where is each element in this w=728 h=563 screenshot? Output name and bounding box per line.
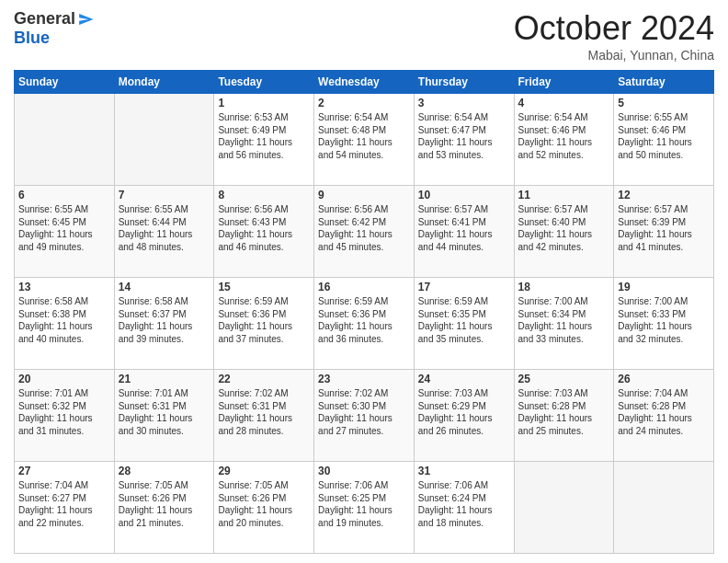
day-number: 29 — [218, 465, 310, 477]
day-info: Sunrise: 6:57 AMSunset: 6:39 PMDaylight:… — [618, 203, 710, 253]
calendar-cell: 25Sunrise: 7:03 AMSunset: 6:28 PMDayligh… — [514, 370, 614, 462]
day-info: Sunrise: 7:00 AMSunset: 6:33 PMDaylight:… — [618, 295, 710, 345]
day-info: Sunrise: 6:59 AMSunset: 6:36 PMDaylight:… — [318, 295, 410, 345]
day-info: Sunrise: 6:54 AMSunset: 6:46 PMDaylight:… — [518, 111, 610, 161]
calendar-cell: 23Sunrise: 7:02 AMSunset: 6:30 PMDayligh… — [314, 370, 415, 462]
calendar-cell: 28Sunrise: 7:05 AMSunset: 6:26 PMDayligh… — [114, 462, 214, 554]
calendar-cell: 12Sunrise: 6:57 AMSunset: 6:39 PMDayligh… — [614, 186, 714, 278]
day-info: Sunrise: 7:02 AMSunset: 6:31 PMDaylight:… — [218, 387, 310, 437]
day-info: Sunrise: 7:06 AMSunset: 6:25 PMDaylight:… — [318, 479, 410, 529]
day-info: Sunrise: 6:55 AMSunset: 6:46 PMDaylight:… — [618, 111, 710, 161]
day-info: Sunrise: 7:01 AMSunset: 6:32 PMDaylight:… — [18, 387, 110, 437]
day-info: Sunrise: 7:03 AMSunset: 6:29 PMDaylight:… — [418, 387, 510, 437]
calendar-cell — [514, 462, 614, 554]
calendar-cell: 8Sunrise: 6:56 AMSunset: 6:43 PMDaylight… — [214, 186, 314, 278]
calendar-cell: 17Sunrise: 6:59 AMSunset: 6:35 PMDayligh… — [414, 278, 514, 370]
calendar-cell: 3Sunrise: 6:54 AMSunset: 6:47 PMDaylight… — [414, 94, 514, 186]
day-info: Sunrise: 7:02 AMSunset: 6:30 PMDaylight:… — [318, 387, 410, 437]
day-info: Sunrise: 6:58 AMSunset: 6:37 PMDaylight:… — [119, 295, 210, 345]
day-number: 9 — [318, 189, 410, 201]
day-number: 12 — [618, 189, 710, 201]
day-number: 5 — [618, 97, 710, 109]
day-number: 8 — [218, 189, 310, 201]
day-info: Sunrise: 6:53 AMSunset: 6:49 PMDaylight:… — [218, 111, 310, 161]
day-number: 26 — [618, 373, 710, 385]
calendar-cell — [614, 462, 714, 554]
calendar-cell: 4Sunrise: 6:54 AMSunset: 6:46 PMDaylight… — [514, 94, 614, 186]
day-number: 10 — [418, 189, 510, 201]
calendar-cell: 18Sunrise: 7:00 AMSunset: 6:34 PMDayligh… — [514, 278, 614, 370]
day-number: 22 — [218, 373, 310, 385]
calendar-cell: 31Sunrise: 7:06 AMSunset: 6:24 PMDayligh… — [414, 462, 514, 554]
day-number: 2 — [318, 97, 410, 109]
day-number: 1 — [218, 97, 310, 109]
day-number: 31 — [418, 465, 510, 477]
calendar-cell: 24Sunrise: 7:03 AMSunset: 6:29 PMDayligh… — [414, 370, 514, 462]
calendar-cell: 5Sunrise: 6:55 AMSunset: 6:46 PMDaylight… — [614, 94, 714, 186]
day-number: 25 — [518, 373, 610, 385]
day-info: Sunrise: 7:01 AMSunset: 6:31 PMDaylight:… — [119, 387, 210, 437]
day-info: Sunrise: 7:06 AMSunset: 6:24 PMDaylight:… — [418, 479, 510, 529]
calendar-cell: 1Sunrise: 6:53 AMSunset: 6:49 PMDaylight… — [214, 94, 314, 186]
day-number: 6 — [18, 189, 110, 201]
calendar-cell: 21Sunrise: 7:01 AMSunset: 6:31 PMDayligh… — [114, 370, 214, 462]
calendar-cell: 30Sunrise: 7:06 AMSunset: 6:25 PMDayligh… — [314, 462, 415, 554]
day-info: Sunrise: 6:59 AMSunset: 6:35 PMDaylight:… — [418, 295, 510, 345]
day-number: 11 — [518, 189, 610, 201]
weekday-header: Friday — [514, 71, 614, 94]
calendar-cell: 6Sunrise: 6:55 AMSunset: 6:45 PMDaylight… — [15, 186, 115, 278]
calendar-cell: 10Sunrise: 6:57 AMSunset: 6:41 PMDayligh… — [414, 186, 514, 278]
day-info: Sunrise: 7:03 AMSunset: 6:28 PMDaylight:… — [518, 387, 610, 437]
calendar-cell: 9Sunrise: 6:56 AMSunset: 6:42 PMDaylight… — [314, 186, 415, 278]
calendar-cell: 7Sunrise: 6:55 AMSunset: 6:44 PMDaylight… — [114, 186, 214, 278]
calendar-cell: 20Sunrise: 7:01 AMSunset: 6:32 PMDayligh… — [15, 370, 115, 462]
weekday-header: Monday — [114, 71, 214, 94]
day-info: Sunrise: 7:04 AMSunset: 6:28 PMDaylight:… — [618, 387, 710, 437]
day-number: 17 — [418, 281, 510, 293]
day-number: 15 — [218, 281, 310, 293]
day-info: Sunrise: 6:55 AMSunset: 6:44 PMDaylight:… — [119, 203, 210, 253]
day-number: 23 — [318, 373, 410, 385]
calendar-cell: 27Sunrise: 7:04 AMSunset: 6:27 PMDayligh… — [15, 462, 115, 554]
day-info: Sunrise: 6:59 AMSunset: 6:36 PMDaylight:… — [218, 295, 310, 345]
day-info: Sunrise: 6:55 AMSunset: 6:45 PMDaylight:… — [18, 203, 110, 253]
calendar-cell: 13Sunrise: 6:58 AMSunset: 6:38 PMDayligh… — [15, 278, 115, 370]
calendar-cell: 15Sunrise: 6:59 AMSunset: 6:36 PMDayligh… — [214, 278, 314, 370]
day-number: 3 — [418, 97, 510, 109]
calendar-cell — [114, 94, 214, 186]
day-number: 24 — [418, 373, 510, 385]
svg-marker-0 — [79, 14, 93, 25]
weekday-header: Thursday — [414, 71, 514, 94]
day-info: Sunrise: 6:58 AMSunset: 6:38 PMDaylight:… — [18, 295, 110, 345]
calendar-cell: 22Sunrise: 7:02 AMSunset: 6:31 PMDayligh… — [214, 370, 314, 462]
title-block: October 2024 Mabai, Yunnan, China — [514, 9, 714, 63]
logo-blue: Blue — [14, 29, 50, 47]
day-number: 21 — [119, 373, 210, 385]
calendar-cell — [15, 94, 115, 186]
day-number: 19 — [618, 281, 710, 293]
location: Mabai, Yunnan, China — [514, 48, 714, 63]
day-info: Sunrise: 6:57 AMSunset: 6:40 PMDaylight:… — [518, 203, 610, 253]
day-info: Sunrise: 6:54 AMSunset: 6:47 PMDaylight:… — [418, 111, 510, 161]
calendar-cell: 16Sunrise: 6:59 AMSunset: 6:36 PMDayligh… — [314, 278, 415, 370]
page: General Blue October 2024 Mabai, Yunnan,… — [0, 0, 728, 563]
day-info: Sunrise: 7:05 AMSunset: 6:26 PMDaylight:… — [218, 479, 310, 529]
month-title: October 2024 — [514, 9, 714, 48]
weekday-header: Sunday — [15, 71, 115, 94]
logo: General Blue — [14, 9, 94, 48]
calendar-cell: 26Sunrise: 7:04 AMSunset: 6:28 PMDayligh… — [614, 370, 714, 462]
day-number: 28 — [119, 465, 210, 477]
day-info: Sunrise: 7:00 AMSunset: 6:34 PMDaylight:… — [518, 295, 610, 345]
weekday-header: Saturday — [614, 71, 714, 94]
weekday-header: Wednesday — [314, 71, 415, 94]
day-number: 27 — [18, 465, 110, 477]
day-number: 7 — [119, 189, 210, 201]
day-number: 16 — [318, 281, 410, 293]
day-number: 20 — [18, 373, 110, 385]
day-info: Sunrise: 7:05 AMSunset: 6:26 PMDaylight:… — [119, 479, 210, 529]
logo-icon — [77, 14, 94, 25]
calendar-cell: 11Sunrise: 6:57 AMSunset: 6:40 PMDayligh… — [514, 186, 614, 278]
day-info: Sunrise: 6:57 AMSunset: 6:41 PMDaylight:… — [418, 203, 510, 253]
calendar-cell: 19Sunrise: 7:00 AMSunset: 6:33 PMDayligh… — [614, 278, 714, 370]
header: General Blue October 2024 Mabai, Yunnan,… — [14, 9, 714, 63]
